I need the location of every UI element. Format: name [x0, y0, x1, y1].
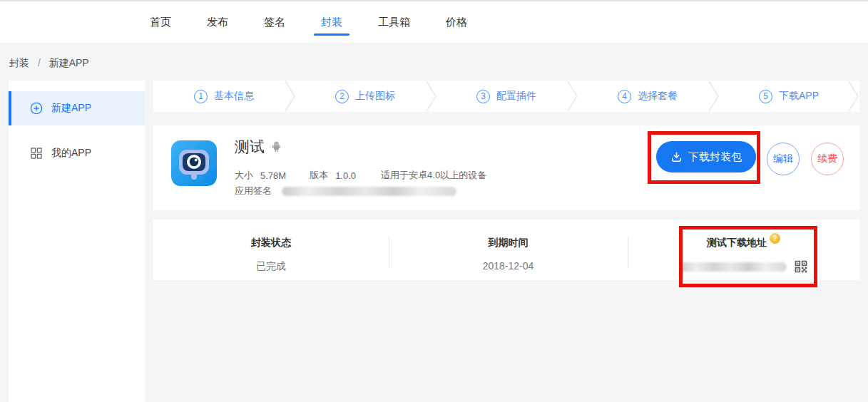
- step-label: 基本信息: [214, 90, 254, 103]
- nav-item-pricing[interactable]: 价格: [446, 1, 467, 43]
- step-basic-info[interactable]: 1 基本信息: [153, 81, 295, 112]
- step-number: 2: [335, 90, 349, 103]
- app-icon: [171, 140, 217, 186]
- step-number: 1: [194, 90, 208, 103]
- app-packaging-page: 首页 发布 签名 封装 工具箱 价格 封装 / 新建APP 新建APP: [0, 0, 868, 402]
- step-label: 下载APP: [779, 90, 819, 103]
- step-label: 选择套餐: [638, 90, 678, 103]
- expiry-value: 2018-12-04: [483, 260, 534, 272]
- nav-item-package[interactable]: 封装: [321, 1, 342, 43]
- nav-item-home[interactable]: 首页: [150, 1, 171, 43]
- android-icon: [270, 141, 282, 153]
- status-column-expiry: 到期时间 2018-12-04: [389, 220, 628, 280]
- step-number: 4: [618, 90, 631, 103]
- compatibility-text: 适用于安卓4.0以上的设备: [381, 169, 486, 182]
- step-label: 配置插件: [496, 90, 536, 103]
- app-name: 测试: [235, 137, 265, 157]
- step-upload-icon[interactable]: 2 上传图标: [295, 81, 436, 112]
- nav-item-signature[interactable]: 签名: [264, 1, 285, 43]
- step-number: 5: [759, 90, 772, 103]
- main-nav: 首页 发布 签名 封装 工具箱 价格: [0, 1, 868, 43]
- signature-redacted-blur: [282, 187, 456, 196]
- size-value: 5.78M: [260, 170, 286, 181]
- nav-item-toolbox[interactable]: 工具箱: [378, 1, 410, 43]
- test-download-label: 测试下载地址: [707, 237, 767, 249]
- status-panel: 封装状态 已完成 到期时间 2018-12-04 测试下载地址 ?: [153, 220, 859, 280]
- app-meta-row: 大小 5.78M 版本 1.0.0 适用于安卓4.0以上的设备: [235, 169, 486, 182]
- download-button-label: 下载封装包: [688, 150, 742, 164]
- top-header: 首页 发布 签名 封装 工具箱 价格: [0, 0, 868, 43]
- test-download-address-cell: [680, 259, 808, 274]
- size-label: 大小: [235, 169, 253, 182]
- status-column-test-download: 测试下载地址 ?: [628, 220, 859, 280]
- sidebar-item-label: 我的APP: [51, 147, 91, 160]
- step-label: 上传图标: [355, 90, 395, 103]
- step-configure-plugins[interactable]: 3 配置插件: [436, 81, 577, 112]
- package-state-label: 封装状态: [251, 237, 291, 249]
- package-state-value: 已完成: [256, 260, 286, 273]
- app-title-row: 测试: [235, 137, 282, 157]
- step-number: 3: [476, 90, 490, 103]
- breadcrumb: 封装 / 新建APP: [9, 57, 89, 70]
- app-signature-row: 应用签名: [235, 185, 456, 197]
- download-package-button[interactable]: 下载封装包: [656, 141, 756, 172]
- status-column-package-state: 封装状态 已完成: [153, 220, 389, 280]
- status-divider: [389, 237, 389, 268]
- status-divider: [628, 237, 628, 268]
- version-label: 版本: [310, 169, 328, 182]
- breadcrumb-new-app: 新建APP: [49, 57, 89, 68]
- edit-button[interactable]: 编辑: [767, 143, 800, 175]
- step-download-app[interactable]: 5 下载APP: [718, 81, 859, 112]
- download-icon: [670, 151, 683, 163]
- signature-label: 应用签名: [235, 185, 272, 197]
- breadcrumb-package[interactable]: 封装: [9, 57, 29, 68]
- qr-code-icon[interactable]: [794, 259, 808, 274]
- sidebar-item-label: 新建APP: [51, 102, 91, 115]
- app-card: 测试 大小 5.78M 版本 1.0.0 适用于安卓4.0以上的设备 应用签名: [153, 125, 859, 210]
- sidebar-item-my-app[interactable]: 我的APP: [9, 136, 145, 170]
- expiry-label: 到期时间: [489, 237, 529, 249]
- step-wizard: 1 基本信息 2 上传图标 3 配置插件 4 选择套餐 5 下载APP: [153, 81, 859, 112]
- version-value: 1.0.0: [335, 170, 356, 181]
- renew-button[interactable]: 续费: [811, 143, 844, 175]
- nav-item-publish[interactable]: 发布: [207, 1, 228, 43]
- question-badge-icon[interactable]: ?: [770, 233, 780, 244]
- download-url-redacted-blur: [680, 262, 787, 272]
- plus-circle-icon: [30, 102, 43, 115]
- grid-icon: [30, 147, 43, 160]
- step-select-plan[interactable]: 4 选择套餐: [577, 81, 718, 112]
- sidebar-item-new-app[interactable]: 新建APP: [9, 91, 145, 125]
- breadcrumb-separator: /: [38, 57, 41, 68]
- sidebar: 新建APP 我的APP: [9, 81, 145, 402]
